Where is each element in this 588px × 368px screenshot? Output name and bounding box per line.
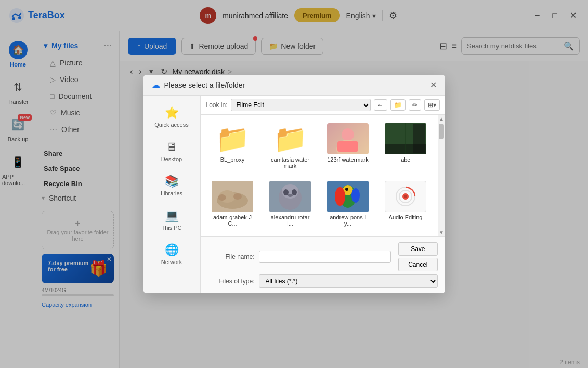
file-item-camtasia[interactable]: 📁 camtasia watermark — [264, 120, 317, 174]
andrew-name: andrew-pons-ly... — [327, 214, 369, 227]
dialog-toolbar: Look in: Filme Edit ← 📁 ✏ ⊞▾ — [201, 96, 445, 115]
dialog-nav-desktop[interactable]: 🖥 Desktop — [143, 134, 200, 168]
dialog-new-folder-button[interactable]: 📁 — [390, 99, 406, 111]
dialog-files: 📁 BL_proxy 📁 camtasia watermark — [201, 115, 438, 236]
libraries-label: Libraries — [161, 190, 182, 196]
folder-icon-2: 📁 — [273, 125, 307, 152]
dog2-image — [269, 181, 311, 212]
file-grid-container: 📁 BL_proxy 📁 camtasia watermark — [201, 115, 445, 236]
svg-point-13 — [218, 194, 226, 201]
dialog-title: Please select a file/folder — [164, 81, 426, 89]
dialog-nav-libraries[interactable]: 📚 Libraries — [143, 168, 200, 203]
dialog-scrollbar[interactable]: ▲ ▼ — [438, 115, 445, 236]
person-image — [327, 123, 369, 154]
svg-point-24 — [345, 188, 348, 191]
dialog-nav-this-pc[interactable]: 💻 This PC — [143, 203, 200, 237]
svg-point-19 — [292, 189, 297, 195]
file-item-adam[interactable]: adam-grabek-JC... — [206, 178, 259, 231]
dialog-header-icon: ☁ — [152, 80, 160, 90]
dialog-back-button[interactable]: ← — [374, 99, 387, 111]
footer-actions: Save Cancel — [398, 242, 437, 271]
scroll-thumb[interactable] — [439, 124, 444, 139]
svg-point-18 — [283, 189, 289, 195]
bl-proxy-thumb: 📁 — [212, 123, 253, 154]
files-of-type-label: Files of type: — [208, 278, 255, 285]
look-in-label: Look in: — [206, 101, 228, 109]
cancel-button[interactable]: Cancel — [398, 258, 437, 271]
camtasia-thumb: 📁 — [269, 123, 311, 154]
network-icon: 🌐 — [165, 243, 179, 257]
filetype-row: Files of type: All files (*.*) — [208, 274, 438, 288]
file-item-alexandru[interactable]: alexandru-rotari... — [264, 178, 317, 231]
dialog-nav-quick-access[interactable]: ⭐ Quick access — [143, 100, 200, 134]
dialog-nav-network[interactable]: 🌐 Network — [143, 237, 200, 271]
dialog-close-button[interactable]: ✕ — [430, 80, 437, 90]
dialog-view-button[interactable]: ⊞▾ — [424, 99, 440, 111]
audio-name: Audio Editing — [389, 214, 423, 220]
save-button[interactable]: Save — [398, 242, 437, 256]
dog1-image — [212, 181, 253, 212]
file-select-dialog: ☁ Please select a file/folder ✕ ⭐ Quick … — [143, 75, 445, 293]
dialog-header: ☁ Please select a file/folder ✕ — [143, 75, 445, 96]
libraries-icon: 📚 — [165, 175, 179, 188]
audio-thumb — [385, 181, 426, 212]
files-of-type-select[interactable]: All files (*.*) — [259, 274, 438, 288]
file-name-input[interactable] — [259, 251, 391, 263]
this-pc-label: This PC — [161, 225, 181, 231]
dialog-left-nav: ⭐ Quick access 🖥 Desktop 📚 Libraries 💻 T… — [143, 96, 201, 293]
alexandru-name: alexandru-rotari... — [269, 214, 311, 227]
network-label: Network — [161, 259, 182, 265]
scroll-up-button[interactable]: ▲ — [439, 116, 444, 122]
quick-access-icon: ⭐ — [165, 106, 179, 120]
adam-thumb — [212, 181, 253, 212]
svg-point-26 — [351, 188, 360, 203]
scroll-down-button[interactable]: ▼ — [439, 230, 444, 235]
folder-icon: 📁 — [216, 125, 250, 152]
bl-proxy-name: BL_proxy — [220, 156, 244, 163]
andrew-thumb — [327, 181, 369, 212]
svg-point-31 — [404, 195, 407, 198]
camtasia-name: camtasia watermark — [269, 156, 311, 169]
abc-thumb — [385, 123, 426, 154]
audio-file-icon — [393, 183, 419, 209]
dialog-overlay: ☁ Please select a file/folder ✕ ⭐ Quick … — [0, 0, 588, 368]
file-item-andrew[interactable]: andrew-pons-ly... — [321, 178, 375, 231]
file-item-audio[interactable]: Audio Editing — [379, 178, 433, 231]
parrot-image — [327, 181, 369, 212]
svg-point-25 — [335, 187, 345, 206]
dialog-footer: File name: Save Cancel Files of type: Al… — [201, 236, 445, 293]
look-in-select[interactable]: Filme Edit — [231, 99, 371, 111]
filename-row: File name: Save Cancel — [208, 242, 438, 271]
dialog-body: ⭐ Quick access 🖥 Desktop 📚 Libraries 💻 T… — [143, 96, 445, 293]
svg-point-14 — [233, 193, 242, 200]
desktop-icon: 🖥 — [166, 140, 177, 154]
svg-rect-5 — [337, 141, 358, 152]
dialog-content: Look in: Filme Edit ← 📁 ✏ ⊞▾ — [201, 96, 445, 293]
video-image — [385, 123, 426, 154]
scroll-track — [439, 122, 444, 230]
dialog-rename-button[interactable]: ✏ — [409, 99, 421, 111]
svg-rect-9 — [413, 124, 425, 153]
watermark-123rf-name: 123rf watermark — [327, 156, 368, 163]
file-name-label: File name: — [208, 253, 255, 260]
file-item-bl-proxy[interactable]: 📁 BL_proxy — [206, 120, 259, 174]
desktop-label: Desktop — [161, 156, 182, 162]
svg-point-3 — [342, 128, 354, 141]
alexandru-thumb — [269, 181, 311, 212]
abc-name: abc — [401, 156, 410, 163]
file-item-123rf[interactable]: 123rf watermark — [321, 120, 375, 174]
watermark-thumb — [327, 123, 369, 154]
quick-access-label: Quick access — [154, 122, 188, 128]
file-item-abc[interactable]: abc — [379, 120, 433, 174]
this-pc-icon: 💻 — [165, 209, 179, 222]
svg-point-20 — [288, 194, 293, 197]
adam-name: adam-grabek-JC... — [212, 214, 253, 227]
